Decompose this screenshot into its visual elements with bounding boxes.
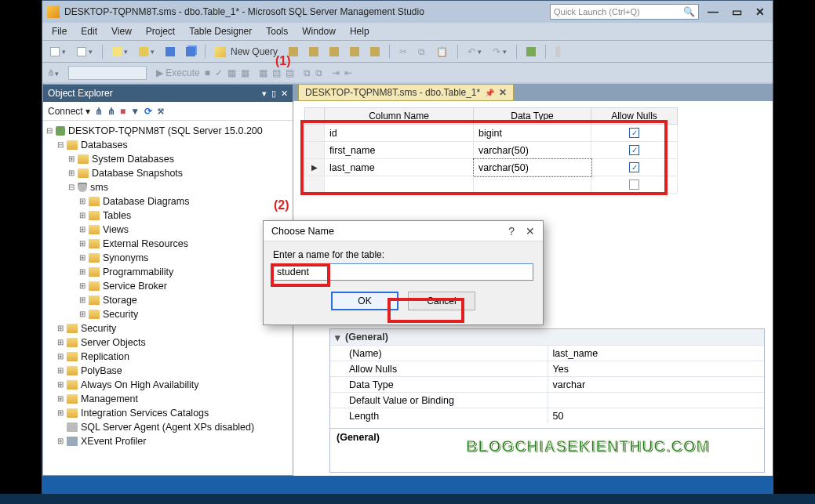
close-button[interactable]: ✕ bbox=[752, 5, 768, 18]
cell-colname[interactable]: id bbox=[325, 125, 474, 142]
oe-stop-icon[interactable]: ■ bbox=[120, 106, 126, 117]
include-plan-icon[interactable]: ▦ bbox=[241, 67, 249, 78]
management-node[interactable]: ⊞Management bbox=[45, 392, 291, 406]
plan-icon[interactable]: ▦ bbox=[227, 67, 236, 78]
row-selector[interactable] bbox=[304, 125, 325, 142]
prop-row[interactable]: (Name)last_name bbox=[330, 345, 764, 361]
menu-window[interactable]: Window bbox=[296, 24, 342, 38]
oe-collapse-icon[interactable]: ⤧ bbox=[157, 106, 165, 117]
ok-button[interactable]: OK bbox=[331, 292, 398, 310]
help-icon[interactable]: ? bbox=[508, 225, 515, 237]
results-file-icon[interactable]: ▤ bbox=[286, 67, 294, 78]
programmability-node[interactable]: ⊞Programmability bbox=[45, 265, 291, 279]
execute-button[interactable]: ▶ Execute bbox=[156, 67, 200, 78]
db-sms-node[interactable]: ⊟sms bbox=[45, 180, 291, 194]
close-panel-icon[interactable]: ✕ bbox=[281, 89, 288, 99]
database-dropdown[interactable] bbox=[68, 66, 147, 80]
comment-icon[interactable]: ⧉ bbox=[304, 67, 311, 78]
new-query-button[interactable]: New Query bbox=[212, 45, 281, 59]
security-inner-node[interactable]: ⊞Security bbox=[45, 307, 291, 321]
menu-view[interactable]: View bbox=[105, 24, 138, 38]
designer-row[interactable]: ▶ last_name varchar(50) ✓ bbox=[304, 159, 678, 176]
designer-row[interactable]: first_name varchar(50) ✓ bbox=[304, 142, 678, 159]
mdx-query-icon[interactable] bbox=[306, 45, 322, 58]
nav-back-button[interactable]: ▾ bbox=[47, 45, 69, 58]
quick-launch-input[interactable]: Quick Launch (Ctrl+Q) 🔍 bbox=[550, 4, 699, 20]
parse-icon[interactable]: ✓ bbox=[215, 67, 223, 78]
designer-row[interactable]: id bigint ✓ bbox=[304, 125, 678, 142]
paste-icon[interactable]: 📋 bbox=[433, 45, 451, 59]
row-selector[interactable] bbox=[304, 176, 325, 194]
document-tab[interactable]: DESKTOP-TQPNM8T.sms - dbo.Table_1* 📌 ✕ bbox=[298, 84, 514, 101]
server-objects-node[interactable]: ⊞Server Objects bbox=[45, 335, 291, 350]
copy-icon[interactable]: ⧉ bbox=[415, 45, 428, 59]
cell-dtype[interactable]: bigint bbox=[474, 125, 591, 142]
new-item-button[interactable]: ▾ bbox=[109, 45, 131, 58]
prop-row[interactable]: Length50 bbox=[330, 408, 764, 423]
cancel-button[interactable]: Cancel bbox=[408, 292, 475, 310]
pin-icon[interactable]: ▯ bbox=[271, 89, 276, 99]
outdent-icon[interactable]: ⇤ bbox=[344, 67, 352, 78]
stop-button[interactable]: ■ bbox=[205, 67, 210, 78]
cell-colname[interactable]: last_name bbox=[325, 159, 474, 176]
table-name-input[interactable] bbox=[273, 263, 533, 281]
row-selector[interactable] bbox=[304, 142, 325, 159]
open-button[interactable]: ▾ bbox=[136, 45, 158, 58]
isc-node[interactable]: ⊞Integration Services Catalogs bbox=[45, 406, 291, 420]
reg-servers-icon[interactable] bbox=[523, 45, 539, 58]
oe-filter-icon[interactable]: ▼ bbox=[130, 106, 140, 117]
cell-dtype[interactable]: varchar(50) bbox=[474, 142, 591, 159]
service-broker-node[interactable]: ⊞Service Broker bbox=[45, 279, 291, 293]
pin-tab-icon[interactable]: 📌 bbox=[485, 89, 494, 97]
snapshots-node[interactable]: ⊞Database Snapshots bbox=[45, 166, 291, 180]
toolbar-overflow-icon[interactable] bbox=[552, 45, 563, 59]
uncomment-icon[interactable]: ⧉ bbox=[315, 67, 322, 78]
replication-node[interactable]: ⊞Replication bbox=[45, 350, 291, 364]
dax-query-icon[interactable] bbox=[367, 45, 383, 58]
undo-icon[interactable]: ↶▾ bbox=[464, 45, 485, 59]
results-text-icon[interactable]: ▤ bbox=[272, 67, 281, 78]
connect-button[interactable]: Connect ▾ bbox=[48, 106, 90, 117]
menu-file[interactable]: File bbox=[45, 24, 73, 38]
redo-icon[interactable]: ↷▾ bbox=[489, 45, 510, 59]
cut-icon[interactable]: ✂ bbox=[396, 45, 410, 59]
cell-colname[interactable]: first_name bbox=[325, 142, 474, 159]
cell-nulls[interactable]: ✓ bbox=[591, 125, 678, 142]
connection-icon[interactable]: ⋔▾ bbox=[47, 67, 59, 78]
maximize-button[interactable]: ▭ bbox=[729, 5, 744, 18]
designer-row-empty[interactable]: ✓ bbox=[304, 176, 678, 194]
oe-refresh-icon[interactable]: ⟳ bbox=[144, 106, 152, 117]
dialog-close-icon[interactable]: ✕ bbox=[526, 225, 535, 237]
aoha-node[interactable]: ⊞Always On High Availability bbox=[45, 378, 291, 392]
menu-edit[interactable]: Edit bbox=[75, 24, 104, 38]
cell-nulls[interactable]: ✓ bbox=[591, 176, 678, 194]
oe-disconnect-icon[interactable]: ⋔ bbox=[107, 106, 115, 117]
databases-node[interactable]: ⊟Databases bbox=[45, 138, 291, 152]
tables-node[interactable]: ⊞Tables bbox=[45, 208, 291, 223]
views-node[interactable]: ⊞Views bbox=[45, 223, 291, 237]
security-node[interactable]: ⊞Security bbox=[45, 321, 291, 335]
row-selector[interactable]: ▶ bbox=[304, 159, 325, 176]
close-tab-icon[interactable]: ✕ bbox=[499, 87, 507, 98]
db-engine-query-icon[interactable] bbox=[286, 45, 301, 58]
menu-help[interactable]: Help bbox=[344, 24, 376, 38]
cell-dtype[interactable] bbox=[474, 176, 591, 194]
xevent-node[interactable]: ⊞XEvent Profiler bbox=[45, 434, 291, 448]
ext-res-node[interactable]: ⊞External Resources bbox=[45, 237, 291, 251]
save-all-button[interactable] bbox=[183, 45, 198, 58]
storage-node[interactable]: ⊞Storage bbox=[45, 293, 291, 307]
cell-dtype[interactable]: varchar(50) bbox=[474, 159, 591, 176]
server-node[interactable]: ⊟DESKTOP-TQPNM8T (SQL Server 15.0.200 bbox=[45, 124, 291, 138]
nav-fwd-button[interactable]: ▾ bbox=[74, 45, 96, 58]
indent-icon[interactable]: ⇥ bbox=[332, 67, 340, 78]
cell-nulls[interactable]: ✓ bbox=[591, 159, 678, 176]
window-position-icon[interactable]: ▾ bbox=[262, 89, 267, 99]
cell-nulls[interactable]: ✓ bbox=[591, 142, 678, 159]
xmla-query-icon[interactable] bbox=[347, 45, 362, 58]
menu-project[interactable]: Project bbox=[140, 24, 181, 38]
oe-connect-icon[interactable]: ⋔ bbox=[95, 106, 103, 117]
system-databases-node[interactable]: ⊞System Databases bbox=[45, 152, 291, 166]
save-button[interactable] bbox=[162, 45, 178, 58]
prop-row[interactable]: Default Value or Binding bbox=[330, 392, 764, 408]
prop-row[interactable]: Data Typevarchar bbox=[330, 376, 764, 392]
